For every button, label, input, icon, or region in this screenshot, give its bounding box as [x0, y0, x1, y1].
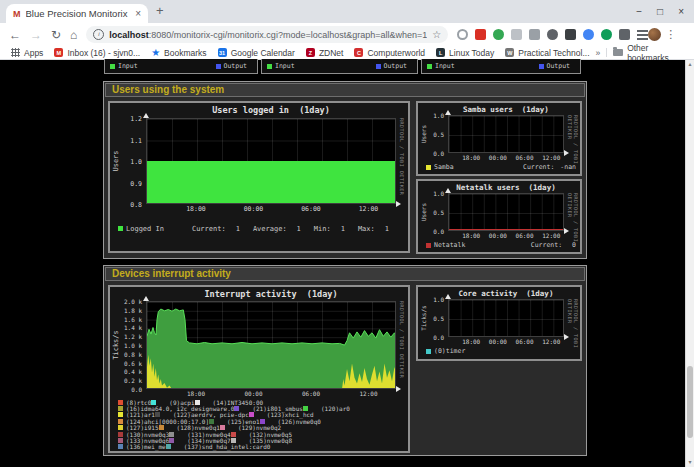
legend-swatch [155, 412, 160, 417]
minimize-button[interactable]: − [636, 6, 642, 17]
home-icon[interactable]: ⌂ [70, 29, 77, 41]
bookmark-label: Apps [24, 48, 43, 58]
x-tick-label: 12:00 [356, 390, 382, 397]
graph-legend: (0)timer [426, 347, 576, 355]
back-icon[interactable]: ← [9, 29, 21, 41]
output-legend-label: Output [224, 62, 247, 70]
legend-text: (0)timer [434, 347, 465, 355]
bookmark-item-zdnet[interactable]: ZZDNet [306, 48, 344, 58]
browser-tab[interactable]: M Blue Precision Monitorix × [6, 4, 148, 23]
y-tick-label: 0.0 [110, 386, 142, 393]
site-info-icon[interactable]: i [93, 29, 104, 40]
bookmark-item-apps[interactable]: Apps [11, 48, 43, 58]
partial-graph-panel[interactable]: Input Output [104, 59, 258, 74]
rrdtool-watermark: RRDTOOL / TOBI OETIKER [399, 118, 405, 195]
bookmark-item-bookmarks[interactable]: ★Bookmarks [151, 48, 206, 58]
bookmark-label: Bookmarks [164, 48, 207, 58]
legend-swatch [249, 412, 254, 417]
legend-text: (136)mei_me [126, 443, 166, 450]
scroll-down-icon[interactable]: ▾ [686, 458, 694, 467]
legend-swatch [118, 419, 123, 424]
x-tick-label: 00:00 [485, 154, 511, 161]
x-tick-label: 06:00 [298, 390, 324, 397]
bookmark-favicon: 31 [218, 48, 227, 57]
new-tab-button[interactable]: + [156, 3, 164, 18]
bookmarks-overflow-icon[interactable]: » [596, 48, 601, 58]
users-logged-in-graph: Users logged in (1day) Users RRDTOOL / T… [110, 103, 408, 251]
legend-text: Average: [253, 225, 287, 233]
toolbar: ← → ↻ ⌂ i localhost :8080/monitorix-cgi/… [0, 23, 694, 46]
phone-extension-icon[interactable] [565, 29, 576, 40]
y-tick-label: 0.6 k [110, 360, 142, 367]
bookmark-item-inbox-16-sjvn0[interactable]: MInbox (16) - sjvn0... [54, 48, 140, 58]
section-title: Devices interrupt activity [105, 267, 585, 281]
bookmark-star-icon[interactable]: ☆ [432, 29, 441, 40]
chrome-menu-icon[interactable]: ⋮ [665, 28, 676, 41]
maximize-button[interactable]: □ [657, 6, 663, 17]
core-activity-panel[interactable]: Core activity (1day) Ticks/s RRDTOOL / T… [416, 285, 582, 361]
y-tick-label: 0.5 [418, 131, 444, 138]
legend-text: Min: [314, 225, 331, 233]
privacy-extension-icon[interactable] [547, 29, 558, 40]
samba-users-panel[interactable]: Samba users (1day) Users RRDTOOL / TOBI … [416, 101, 582, 176]
page-scrollbar[interactable]: ▴ ▾ [685, 60, 694, 467]
legend-text: Max: [358, 225, 375, 233]
address-bar[interactable]: i localhost :8080/monitorix-cgi/monitori… [86, 26, 448, 43]
bookmark-label: Google Calendar [231, 48, 295, 58]
partial-graph-panel[interactable]: Input Output [421, 59, 581, 74]
y-tick-label: 0.0 [418, 150, 444, 157]
reload-icon[interactable]: ↻ [51, 29, 61, 41]
legend-text: Samba [434, 163, 454, 171]
y-tick-label: 0.0 [418, 334, 444, 341]
x-axis-arrow [564, 228, 569, 234]
y-tick-label: 2.0 k [110, 298, 142, 305]
input-legend-label: Input [435, 62, 455, 70]
x-tick-label: 18:00 [458, 338, 484, 345]
x-tick-label: 18:00 [458, 232, 484, 239]
monitorix-favicon: M [13, 9, 21, 19]
output-legend-label: Output [547, 62, 570, 70]
plot-area [448, 193, 564, 231]
graph-title: Samba users (1day) [448, 105, 564, 114]
interrupt-activity-panel[interactable]: Interrupt activity (1day) Ticks/s RRDTOO… [108, 285, 410, 453]
scroll-up-icon[interactable]: ▴ [686, 60, 694, 69]
profile-avatar[interactable] [648, 28, 661, 41]
core-activity-graph: Core activity (1day) Ticks/s RRDTOOL / T… [418, 287, 580, 359]
chat-extension-icon[interactable] [583, 29, 594, 40]
x-tick-label: 06:00 [512, 154, 538, 161]
netatalk-users-panel[interactable]: Netatalk users (1day) Users RRDTOOL / TO… [416, 179, 582, 254]
x-tick-label: 06:00 [512, 338, 538, 345]
sheets-extension-icon[interactable] [601, 29, 612, 40]
extensions-puzzle-icon[interactable] [619, 29, 630, 40]
legend-text: Netatalk [434, 241, 465, 249]
y-tick-label: 0.2 k [110, 377, 142, 384]
legend-swatch [169, 438, 174, 443]
bookmark-favicon: L [436, 48, 445, 57]
scrollbar-thumb[interactable] [687, 366, 693, 438]
users-logged-in-panel[interactable]: Users logged in (1day) Users RRDTOOL / T… [108, 101, 410, 253]
monitorix-page: Input Output Input Output Input Output U… [0, 60, 694, 467]
bookmark-item-linux-today[interactable]: LLinux Today [436, 48, 494, 58]
bookmark-item-google-calendar[interactable]: 31Google Calendar [218, 48, 295, 58]
plot-area [448, 115, 564, 153]
url-host: localhost [109, 30, 149, 40]
graph-legend: SambaCurrent:-nan [426, 163, 576, 171]
output-legend-swatch [216, 64, 221, 69]
legend-text: 1 [385, 225, 389, 233]
apps-grid-icon [11, 48, 20, 57]
forward-icon[interactable]: → [30, 29, 42, 41]
tab-close-icon[interactable]: × [135, 8, 141, 19]
bookmark-label: Practical Technol... [518, 48, 589, 58]
notes-extension-icon[interactable] [529, 29, 540, 40]
voice-extension-icon[interactable] [493, 29, 504, 40]
mail-extension-icon[interactable] [475, 29, 486, 40]
bookmark-label: Inbox (16) - sjvn0... [67, 48, 140, 58]
bookmark-item-computerworld[interactable]: CComputerworld [354, 48, 425, 58]
legend-swatch [118, 406, 123, 411]
search-extension-icon[interactable] [457, 29, 468, 40]
partial-graph-panel[interactable]: Input Output [261, 59, 418, 74]
bookmark-item-practical-technol[interactable]: WPractical Technol... [505, 48, 589, 58]
close-button[interactable]: × [678, 6, 684, 17]
copy-extension-icon[interactable] [511, 29, 522, 40]
reading-list-icon[interactable] [637, 30, 648, 40]
